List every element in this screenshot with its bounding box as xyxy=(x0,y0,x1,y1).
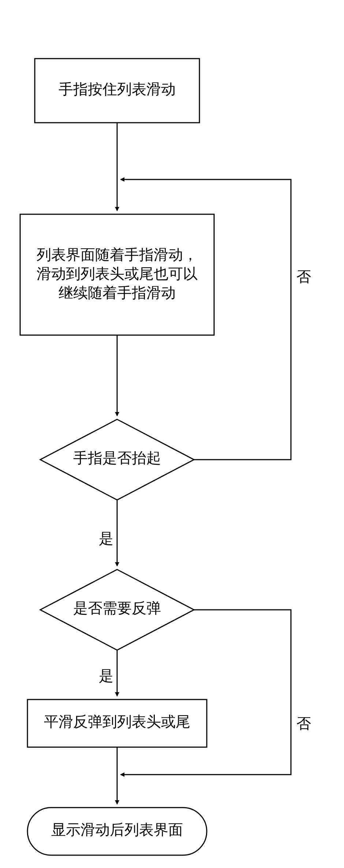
node-slide: 列表界面随着手指滑动， 滑动到列表头或尾也可以 继续随着手指滑动 xyxy=(20,214,214,335)
decision-finger-text: 手指是否抬起 xyxy=(73,450,161,466)
edge-d2-yes: 是 xyxy=(99,650,117,696)
flowchart: 手指按住列表滑动 列表界面随着手指滑动， 滑动到列表头或尾也可以 继续随着手指滑… xyxy=(0,0,344,868)
edge-d2-no-label: 否 xyxy=(296,715,311,732)
node-end-text: 显示滑动后列表界面 xyxy=(51,821,183,838)
node-slide-line3: 继续随着手指滑动 xyxy=(59,285,176,301)
node-start: 手指按住列表滑动 xyxy=(35,59,199,123)
node-slide-line2: 滑动到列表头或尾也可以 xyxy=(37,266,198,282)
edge-d2-no: 否 xyxy=(121,610,311,775)
edge-d2-yes-label: 是 xyxy=(99,668,113,684)
decision-finger-lifted: 手指是否抬起 xyxy=(40,419,194,500)
edge-d1-no-label: 否 xyxy=(296,268,311,285)
node-slide-line1: 列表界面随着手指滑动， xyxy=(37,246,198,263)
node-bounce: 平滑反弹到列表头或尾 xyxy=(27,700,207,747)
node-start-text: 手指按住列表滑动 xyxy=(59,81,176,97)
node-bounce-text: 平滑反弹到列表头或尾 xyxy=(44,713,190,730)
decision-need-bounce: 是否需要反弹 xyxy=(40,570,194,650)
decision-bounce-text: 是否需要反弹 xyxy=(73,600,161,616)
edge-d1-yes-label: 是 xyxy=(99,530,113,547)
edge-d1-yes: 是 xyxy=(99,500,117,566)
node-end: 显示滑动后列表界面 xyxy=(27,808,207,855)
